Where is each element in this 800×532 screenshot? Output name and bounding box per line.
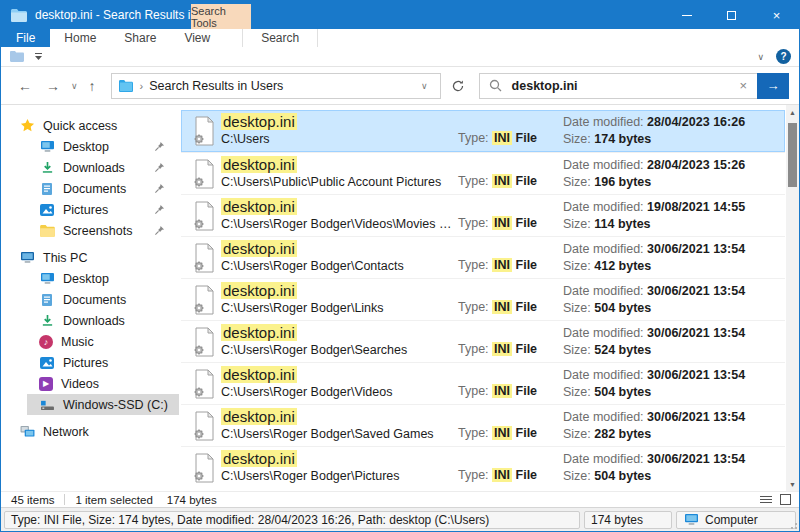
- ini-file-icon: [187, 195, 221, 236]
- tab-file[interactable]: File: [1, 29, 50, 47]
- sidebar-item-pc-desktop[interactable]: Desktop: [27, 268, 179, 289]
- drive-icon: [39, 397, 55, 413]
- sidebar-item-screenshots[interactable]: Screenshots: [27, 220, 179, 241]
- vertical-scrollbar[interactable]: ▲ ▼: [786, 105, 799, 491]
- classic-status-bar: Type: INI File, Size: 174 bytes, Date mo…: [1, 507, 799, 531]
- downloads-icon: [39, 160, 55, 176]
- sidebar-item-pc-music[interactable]: ♪ Music: [27, 331, 179, 352]
- pin-icon: [154, 141, 165, 152]
- file-name: desktop.ini: [221, 366, 297, 383]
- sidebar-section-label: Quick access: [43, 119, 117, 133]
- status-bar: 45 items 1 item selected 174 bytes: [1, 491, 799, 507]
- sidebar-item-pc-documents[interactable]: Documents: [27, 289, 179, 310]
- search-go-button[interactable]: →: [757, 73, 789, 99]
- sidebar-item-label: Documents: [63, 293, 126, 307]
- table-row[interactable]: desktop.ini C:\Users\Roger Bodger\Saved …: [181, 404, 785, 446]
- file-path: C:\Users: [221, 132, 458, 147]
- sidebar-item-downloads[interactable]: Downloads: [27, 157, 179, 178]
- file-size-status: 174 bytes: [584, 511, 672, 529]
- refresh-button[interactable]: [445, 73, 471, 99]
- pin-icon: [154, 162, 165, 173]
- customize-toolbar-icon[interactable]: [35, 53, 42, 60]
- help-icon[interactable]: ?: [776, 49, 791, 64]
- scroll-up-icon[interactable]: ▲: [789, 105, 796, 119]
- breadcrumb[interactable]: Search Results in Users: [149, 79, 283, 93]
- address-dropdown-icon[interactable]: ∨: [415, 81, 434, 91]
- sidebar-section-label: This PC: [43, 251, 87, 265]
- file-path: C:\Users\Roger Bodger\Videos: [221, 385, 458, 400]
- back-button[interactable]: ←: [11, 78, 39, 94]
- table-row[interactable]: desktop.ini C:\Users Type: INI File Date…: [181, 110, 785, 152]
- table-row[interactable]: desktop.ini C:\Users\Roger Bodger\Search…: [181, 320, 785, 362]
- file-path: C:\Users\Roger Bodger\Contacts: [221, 259, 458, 274]
- forward-button[interactable]: →: [39, 78, 67, 94]
- table-row[interactable]: desktop.ini C:\Users\Public\Public Accou…: [181, 152, 785, 194]
- table-row[interactable]: desktop.ini C:\Users\Roger Bodger\Videos…: [181, 362, 785, 404]
- pin-icon: [154, 204, 165, 215]
- tab-view[interactable]: View: [170, 29, 224, 47]
- table-row[interactable]: desktop.ini C:\Users\Roger Bodger\Pictur…: [181, 446, 785, 488]
- sidebar-item-label: Desktop: [63, 272, 109, 286]
- sidebar-item-pc-videos[interactable]: ▶ Videos: [27, 373, 179, 394]
- sidebar-item-windows-ssd[interactable]: Windows-SSD (C:): [27, 394, 179, 415]
- recent-locations-icon[interactable]: ∨: [67, 81, 82, 91]
- minimize-icon: [682, 15, 692, 16]
- sidebar-item-label: Downloads: [63, 314, 125, 328]
- network-icon: [19, 424, 35, 440]
- details-view-icon[interactable]: [760, 496, 772, 503]
- table-row[interactable]: desktop.ini C:\Users\Roger Bodger\Videos…: [181, 194, 785, 236]
- sidebar-item-pictures[interactable]: Pictures: [27, 199, 179, 220]
- table-row[interactable]: desktop.ini C:\Users\Roger Bodger\Contac…: [181, 236, 785, 278]
- file-name: desktop.ini: [221, 450, 297, 467]
- sidebar-item-pc-pictures[interactable]: Pictures: [27, 352, 179, 373]
- maximize-button[interactable]: [709, 1, 754, 29]
- sidebar-section-network[interactable]: Network: [1, 421, 179, 442]
- resize-grip[interactable]: [787, 519, 797, 529]
- pin-icon: [154, 225, 165, 236]
- ini-file-icon: [187, 447, 221, 488]
- sidebar-item-desktop[interactable]: Desktop: [27, 136, 179, 157]
- sidebar-item-documents[interactable]: Documents: [27, 178, 179, 199]
- sidebar-item-label: Pictures: [63, 356, 108, 370]
- sidebar-item-pc-downloads[interactable]: Downloads: [27, 310, 179, 331]
- address-bar[interactable]: › Search Results in Users ∨: [111, 73, 441, 99]
- location-folder-icon: [118, 78, 134, 94]
- file-details-status: Type: INI File, Size: 174 bytes, Date mo…: [4, 511, 580, 529]
- search-box[interactable]: desktop.ini × →: [479, 73, 789, 99]
- sidebar-item-label: Documents: [63, 182, 126, 196]
- folder-icon: [39, 223, 55, 239]
- table-row[interactable]: desktop.ini C:\Users\Roger Bodger\Links …: [181, 278, 785, 320]
- computer-icon: [683, 512, 699, 528]
- selection-size: 174 bytes: [167, 494, 217, 506]
- icons-view-icon[interactable]: [780, 494, 791, 505]
- close-button[interactable]: ×: [754, 1, 799, 29]
- tab-share[interactable]: Share: [110, 29, 170, 47]
- music-icon: ♪: [39, 335, 53, 349]
- scrollbar-thumb[interactable]: [788, 123, 797, 187]
- ini-file-icon: [187, 153, 221, 194]
- search-results-list: desktop.ini C:\Users Type: INI File Date…: [179, 105, 799, 491]
- sidebar-item-label: Screenshots: [63, 224, 132, 238]
- up-button[interactable]: ↑: [82, 78, 103, 94]
- minimize-button[interactable]: [664, 1, 709, 29]
- sidebar-item-label: Desktop: [63, 140, 109, 154]
- sidebar-section-quick-access[interactable]: Quick access: [1, 115, 179, 136]
- tab-search[interactable]: Search: [242, 29, 318, 47]
- sidebar-section-this-pc[interactable]: This PC: [1, 247, 179, 268]
- downloads-icon: [39, 313, 55, 329]
- ribbon-tab-row: File Home Share View Search: [1, 29, 799, 47]
- file-name: desktop.ini: [221, 282, 297, 299]
- sidebar-item-label: Downloads: [63, 161, 125, 175]
- search-tools-contextual-tab[interactable]: Search Tools: [191, 4, 251, 29]
- qat-folder-icon[interactable]: [9, 49, 25, 65]
- items-count: 45 items: [11, 494, 54, 506]
- selection-count: 1 item selected: [75, 494, 152, 506]
- search-input[interactable]: desktop.ini: [512, 79, 730, 93]
- address-band: ← → ∨ ↑ › Search Results in Users ∨ desk…: [1, 67, 799, 105]
- file-name: desktop.ini: [221, 240, 297, 257]
- tab-home[interactable]: Home: [50, 29, 110, 47]
- clear-search-icon[interactable]: ×: [729, 78, 757, 93]
- scroll-down-icon[interactable]: ▼: [789, 477, 796, 491]
- file-path: C:\Users\Roger Bodger\Saved Games: [221, 427, 458, 442]
- collapse-ribbon-icon[interactable]: ∨: [757, 52, 764, 62]
